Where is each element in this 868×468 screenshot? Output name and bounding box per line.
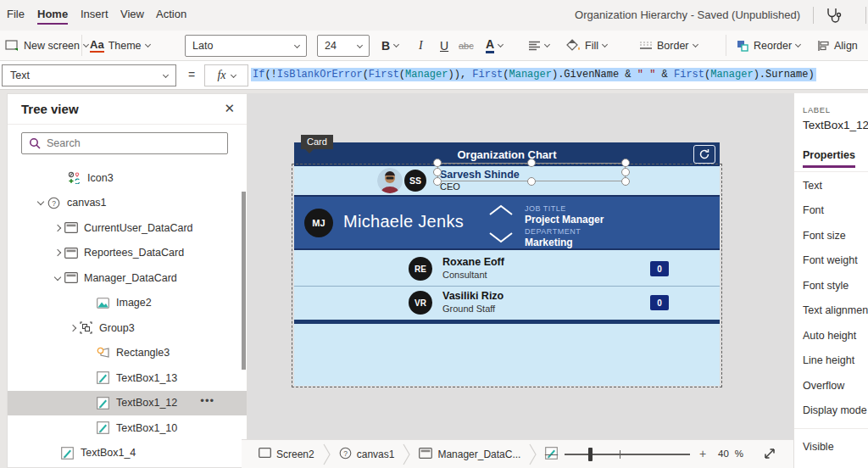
breadcrumb-label: canvas1 — [357, 448, 395, 460]
property-display-mode[interactable]: Display mode — [794, 398, 868, 424]
tree-item-textbox1_4[interactable]: TextBox1_4 — [8, 441, 247, 466]
zoom-slider-thumb[interactable] — [588, 448, 593, 461]
tree-item-textbox1_12[interactable]: TextBox1_12••• — [8, 391, 247, 416]
tree-item-canvas1[interactable]: ?canvas1 — [8, 191, 247, 216]
fx-button[interactable]: fx — [204, 64, 248, 86]
org-chart-card[interactable]: Organization Chart SS Sarvesh Shinde — [294, 142, 720, 386]
tree-item-label: Reportees_DataCard — [84, 247, 184, 259]
font-color-button[interactable]: A — [486, 31, 503, 60]
tree-item-image2[interactable]: Image2 — [8, 291, 247, 316]
underline-icon: U — [440, 39, 448, 53]
tree-item-group3[interactable]: Group3 — [8, 315, 247, 341]
bold-button[interactable]: B — [381, 31, 398, 60]
refresh-button[interactable] — [693, 145, 715, 164]
tree-item-icon3[interactable]: Icon3 — [8, 165, 247, 191]
zoom-out-button[interactable]: — — [545, 446, 558, 460]
search-input[interactable] — [47, 137, 199, 149]
resize-handle[interactable] — [433, 168, 442, 176]
fit-to-screen-button[interactable] — [762, 446, 777, 465]
property-overflow[interactable]: Overflow — [794, 373, 868, 398]
zoom-value: 40 — [718, 448, 729, 459]
resize-handle[interactable] — [621, 177, 630, 186]
tree-item-rectangle3[interactable]: Rectangle3 — [8, 341, 247, 366]
expander-slot — [67, 326, 79, 331]
strikethrough-button[interactable]: abc — [459, 31, 474, 60]
tree-items-list: Icon3?canvas1CurrentUser_DataCardReporte… — [8, 165, 247, 465]
formula-input[interactable]: If(!IsBlankOrError(First(Manager)), Firs… — [251, 68, 816, 81]
svg-text:?: ? — [343, 448, 348, 457]
zoom-in-button[interactable]: + — [699, 447, 706, 460]
property-visible[interactable]: Visible — [803, 441, 834, 453]
property-font-weight[interactable]: Font weight — [794, 248, 868, 274]
align-button[interactable]: Align — [817, 31, 858, 60]
resize-handle[interactable] — [433, 177, 442, 186]
menu-action[interactable]: Action — [156, 8, 186, 20]
expander-slot — [52, 276, 64, 280]
reorder-button[interactable]: Reorder — [736, 31, 800, 60]
menu-view[interactable]: View — [120, 8, 144, 20]
property-text[interactable]: Text — [794, 173, 868, 198]
menu-home[interactable]: Home — [37, 8, 68, 25]
tree-item-label: Manager_DataCard — [84, 272, 177, 284]
tree-item-textbox1_13[interactable]: TextBox1_13 — [8, 365, 247, 391]
card-bottom-strip — [294, 320, 720, 324]
font-family-select[interactable]: Lato — [185, 35, 307, 57]
chevron-down-icon[interactable] — [487, 231, 515, 244]
tree-view-title: Tree view — [21, 102, 79, 116]
tabs-divider — [794, 171, 868, 172]
canvas-workspace[interactable]: Card Organization Chart SS — [248, 93, 793, 439]
resize-handle[interactable] — [527, 177, 536, 186]
report-row[interactable]: VRVasiliki RizoGround Staff0 — [294, 286, 720, 320]
theme-button[interactable]: Aa Theme — [90, 31, 150, 60]
new-screen-icon — [5, 40, 19, 52]
tree-item-textbox1_10[interactable]: TextBox1_10 — [8, 415, 247, 441]
font-family-value: Lato — [192, 40, 213, 52]
chevron-up-icon[interactable] — [487, 203, 515, 217]
underline-button[interactable]: U — [440, 31, 448, 60]
property-line-height[interactable]: Line height — [794, 348, 868, 374]
properties-divider — [794, 428, 868, 429]
tree-scrollbar[interactable] — [242, 192, 246, 370]
chevron-down-icon[interactable] — [54, 274, 61, 281]
property-font[interactable]: Font — [794, 198, 868, 224]
italic-button[interactable]: I — [419, 31, 423, 60]
tab-properties[interactable]: Properties — [803, 149, 855, 168]
report-row[interactable]: RERoxane EoffConsultant0 — [294, 252, 720, 286]
new-screen-button[interactable]: New screen — [5, 31, 88, 60]
resize-handle[interactable] — [527, 159, 536, 167]
app-checker-icon[interactable] — [824, 6, 843, 28]
property-text-alignment[interactable]: Text alignment — [794, 298, 868, 324]
ceo-initials-avatar: SS — [403, 168, 428, 193]
expander-slot — [52, 250, 64, 255]
chevron-down-icon[interactable] — [37, 198, 44, 205]
chevron-right-icon[interactable] — [70, 325, 76, 332]
font-size-select[interactable]: 24 — [317, 35, 370, 57]
resize-handle[interactable] — [433, 159, 442, 167]
breadcrumb-screen2[interactable]: Screen2 — [250, 448, 323, 460]
property-font-style[interactable]: Font style — [794, 273, 868, 298]
property-select[interactable]: Text — [2, 64, 176, 86]
breadcrumb-manager-datac-[interactable]: Manager_DataC... — [410, 448, 529, 461]
tree-item-manager_datacard[interactable]: Manager_DataCard — [8, 265, 247, 291]
border-button[interactable]: Border — [639, 31, 698, 60]
property-font-size[interactable]: Font size — [794, 223, 868, 248]
formula-token: ( — [399, 69, 405, 81]
menu-file[interactable]: File — [7, 8, 25, 20]
resize-handle[interactable] — [621, 168, 630, 176]
breadcrumb-canvas1[interactable]: ?canvas1 — [331, 447, 403, 462]
menu-insert[interactable]: Insert — [81, 8, 108, 20]
close-icon[interactable]: ✕ — [224, 101, 235, 116]
tree-item-reportees_datacard[interactable]: Reportees_DataCard — [8, 241, 247, 266]
chevron-right-icon[interactable] — [54, 225, 61, 231]
property-auto-height[interactable]: Auto height — [794, 323, 868, 348]
manager-row[interactable]: MJ Michaele Jenks JOB TITLE Project Mana… — [294, 195, 720, 250]
italic-icon: I — [419, 39, 423, 53]
zoom-slider-track[interactable] — [565, 454, 690, 455]
chevron-right-icon[interactable] — [54, 249, 61, 256]
item-options-icon[interactable]: ••• — [200, 394, 214, 407]
tree-item-currentuser_datacard[interactable]: CurrentUser_DataCard — [8, 215, 247, 241]
tree-search-box[interactable] — [21, 132, 228, 154]
resize-handle[interactable] — [621, 159, 630, 167]
fill-button[interactable]: Fill — [566, 31, 607, 60]
text-align-button[interactable] — [528, 31, 549, 60]
